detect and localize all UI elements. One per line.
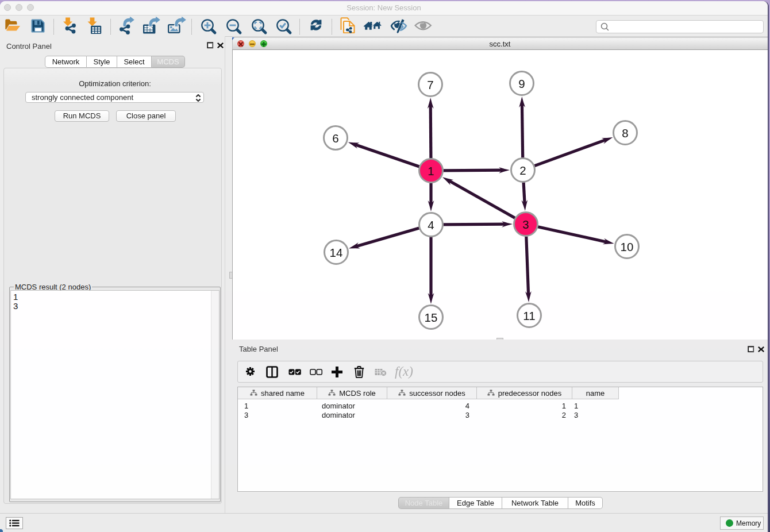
svg-text:1: 1 — [428, 164, 434, 178]
svg-text:11: 11 — [523, 309, 535, 322]
svg-text:4: 4 — [428, 218, 434, 232]
svg-text:2: 2 — [519, 164, 526, 177]
svg-text:14: 14 — [330, 246, 343, 259]
svg-text:8: 8 — [622, 126, 628, 140]
svg-text:6: 6 — [332, 132, 338, 145]
svg-text:3: 3 — [522, 218, 529, 231]
svg-text:7: 7 — [427, 78, 433, 91]
svg-text:15: 15 — [425, 311, 438, 324]
svg-text:10: 10 — [621, 240, 634, 253]
svg-text:9: 9 — [518, 77, 525, 90]
